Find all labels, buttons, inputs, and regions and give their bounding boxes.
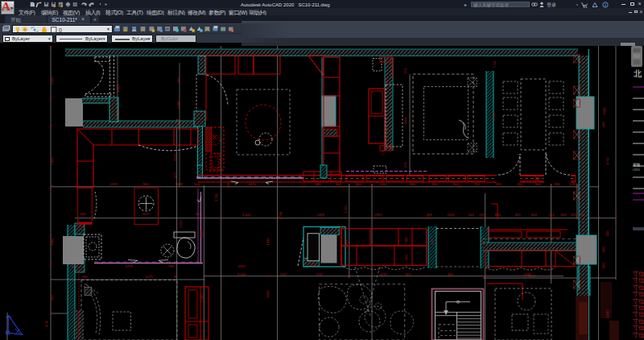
- svg-text:1130: 1130: [344, 238, 348, 246]
- svg-text:580: 580: [316, 182, 322, 186]
- svg-text:4630: 4630: [602, 107, 606, 115]
- svg-text:690: 690: [555, 182, 561, 186]
- svg-text:LW10: LW10: [633, 168, 640, 172]
- svg-text:830: 830: [495, 213, 502, 217]
- svg-text:400: 400: [601, 122, 605, 128]
- svg-text:1261: 1261: [569, 182, 577, 186]
- svg-text:2790: 2790: [492, 113, 496, 121]
- svg-text:1240: 1240: [173, 153, 177, 161]
- svg-text:560: 560: [605, 230, 609, 237]
- svg-text:0: 0: [59, 27, 62, 32]
- svg-text:3677: 3677: [142, 212, 150, 216]
- svg-text:900: 900: [356, 182, 362, 186]
- svg-text:3779: 3779: [125, 264, 133, 268]
- svg-text:1700: 1700: [344, 205, 348, 214]
- svg-text:975: 975: [403, 68, 407, 74]
- svg-text:261: 261: [515, 213, 522, 217]
- svg-text:3593: 3593: [237, 264, 246, 268]
- svg-text:北: 北: [634, 69, 642, 78]
- svg-text:150: 150: [480, 238, 484, 245]
- svg-text:830: 830: [531, 213, 538, 217]
- svg-text:630: 630: [80, 212, 87, 216]
- svg-text:3.640: 3.640: [237, 272, 246, 276]
- svg-text:119: 119: [571, 213, 576, 217]
- svg-text:370: 370: [173, 172, 177, 179]
- svg-text:7.0: 7.0: [381, 150, 385, 155]
- svg-text:2480: 2480: [200, 294, 204, 302]
- svg-text:2957: 2957: [374, 213, 382, 217]
- svg-text:1400: 1400: [116, 85, 120, 93]
- svg-text:7.90: 7.90: [493, 60, 497, 68]
- svg-text:261: 261: [549, 213, 555, 217]
- svg-text:登录: 登录: [547, 2, 556, 8]
- svg-text:2600: 2600: [50, 157, 54, 165]
- svg-text:3010: 3010: [605, 310, 609, 318]
- svg-text:975: 975: [384, 126, 388, 132]
- svg-text:1630: 1630: [447, 213, 455, 217]
- svg-text:630: 630: [82, 275, 89, 279]
- svg-text:940: 940: [143, 182, 150, 186]
- svg-text:600: 600: [72, 264, 78, 268]
- svg-text:298: 298: [226, 182, 230, 189]
- svg-text:975: 975: [384, 77, 388, 84]
- svg-text:900: 900: [453, 182, 460, 186]
- svg-text:公共: 公共: [44, 320, 48, 327]
- svg-text:851: 851: [497, 182, 503, 186]
- svg-text:3779: 3779: [145, 275, 153, 279]
- svg-text:975: 975: [403, 162, 407, 168]
- svg-text:1330: 1330: [266, 238, 270, 246]
- svg-text:900: 900: [535, 182, 542, 186]
- svg-text:560: 560: [336, 182, 342, 186]
- svg-text:600: 600: [601, 263, 605, 269]
- svg-text:3233: 3233: [379, 272, 387, 276]
- svg-text:150: 150: [517, 182, 523, 186]
- svg-text:3.640: 3.640: [242, 213, 251, 217]
- svg-text:98: 98: [174, 275, 178, 279]
- svg-text:5049: 5049: [527, 274, 535, 278]
- svg-text:269: 269: [427, 213, 433, 217]
- svg-text:851: 851: [448, 272, 455, 276]
- svg-text:400: 400: [601, 247, 605, 253]
- svg-text:850: 850: [432, 182, 439, 186]
- svg-text:119: 119: [479, 213, 485, 217]
- svg-text:150: 150: [430, 238, 434, 245]
- svg-text:400: 400: [404, 255, 408, 261]
- svg-text:1419: 1419: [109, 182, 118, 186]
- svg-text:798: 798: [168, 264, 175, 268]
- svg-text:1217: 1217: [316, 272, 324, 276]
- svg-text:801: 801: [406, 272, 412, 276]
- svg-text:2950: 2950: [179, 220, 183, 228]
- svg-text:3610: 3610: [266, 290, 270, 298]
- svg-text:1700: 1700: [279, 211, 283, 219]
- svg-text:1750: 1750: [605, 157, 609, 165]
- svg-text:1500: 1500: [50, 77, 54, 85]
- svg-text:150: 150: [469, 213, 475, 217]
- svg-text:1359: 1359: [316, 213, 324, 217]
- svg-text:900: 900: [116, 110, 120, 116]
- svg-text:3470: 3470: [248, 182, 256, 186]
- svg-text:880: 880: [410, 182, 416, 186]
- svg-text:800: 800: [561, 213, 568, 217]
- svg-text:1800: 1800: [50, 238, 54, 246]
- svg-text:窖物: 窖物: [633, 162, 641, 168]
- svg-text:900: 900: [50, 295, 54, 301]
- svg-text:710: 710: [474, 182, 481, 186]
- svg-text:1700: 1700: [214, 193, 218, 201]
- svg-text:1013: 1013: [310, 264, 318, 268]
- svg-text:1260: 1260: [378, 182, 386, 186]
- svg-text:寸位置: 寸位置: [633, 331, 644, 338]
- svg-text:0114: 0114: [403, 117, 407, 125]
- svg-text:1517: 1517: [279, 272, 287, 276]
- svg-text:1419: 1419: [175, 182, 183, 186]
- svg-text:400: 400: [404, 237, 408, 243]
- svg-text:3090: 3090: [200, 230, 204, 238]
- svg-text:213: 213: [579, 213, 585, 217]
